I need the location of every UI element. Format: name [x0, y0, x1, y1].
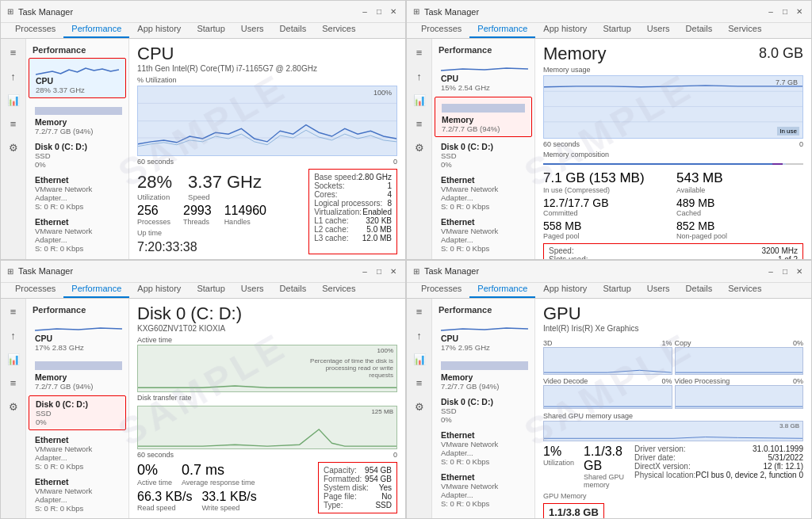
- sidebar-item-eth2[interactable]: Ethernet VMware Network Adapter... S: 0 …: [26, 214, 128, 256]
- tab-performance-mem[interactable]: Performance: [469, 21, 535, 38]
- nav-5g[interactable]: ⚙: [411, 399, 428, 416]
- minimize-button[interactable]: –: [359, 6, 370, 17]
- tab-processes-mem[interactable]: Processes: [413, 21, 469, 38]
- tab-start-disk[interactable]: Startup: [189, 280, 232, 298]
- sidebar-item-eth1-mem[interactable]: Ethernet VMware Network Adapter... S: 0 …: [432, 172, 534, 214]
- nav-icon-1m[interactable]: ≡: [411, 44, 428, 61]
- close-button-gpu[interactable]: ✕: [794, 265, 805, 277]
- sidebar-item-cpu[interactable]: CPU 28% 3.37 GHz: [29, 58, 126, 98]
- tab-svc-gpu[interactable]: Services: [720, 280, 769, 298]
- cached-val: 489 MB: [676, 197, 803, 209]
- nav-5d[interactable]: ⚙: [5, 399, 22, 416]
- tab-details[interactable]: Details: [272, 21, 315, 38]
- gpu-vd-pct: 0%: [661, 377, 672, 385]
- sidebar-item-mem-active[interactable]: Memory 7.2/7.7 GB (94%): [435, 97, 532, 137]
- sidebar-cpu-gpu[interactable]: CPU 17% 2.95 GHz: [432, 316, 534, 355]
- minimize-button-disk[interactable]: –: [359, 265, 370, 277]
- shared-gpu-mem-graph: 3.8 GB: [543, 421, 803, 442]
- threads-item: 2993 Threads: [183, 204, 212, 226]
- memory-sub: 7.2/7.7 GB (94%): [35, 127, 122, 135]
- nav-4g[interactable]: ≡: [411, 375, 428, 392]
- sidebar-cpu-disk[interactable]: CPU 17% 2.83 GHz: [26, 316, 128, 355]
- tab-users-gpu[interactable]: Users: [639, 280, 678, 298]
- maximize-button-mem[interactable]: □: [779, 6, 791, 17]
- tab-services[interactable]: Services: [314, 21, 363, 38]
- tab-det-gpu[interactable]: Details: [678, 280, 721, 298]
- tab-start-gpu[interactable]: Startup: [595, 280, 638, 298]
- sidebar-eth2-disk[interactable]: Ethernet VMware Network Adapter... S: 0 …: [26, 474, 128, 516]
- nav-icon-4[interactable]: ≡: [5, 115, 22, 132]
- sidebar-item-eth2-mem[interactable]: Ethernet VMware Network Adapter... S: 0 …: [432, 214, 534, 256]
- window-controls-gpu: – □ ✕: [765, 265, 805, 277]
- nav-icon-5m[interactable]: ⚙: [411, 139, 428, 156]
- minimize-button-gpu[interactable]: –: [765, 265, 776, 277]
- tab-startup[interactable]: Startup: [189, 21, 232, 38]
- sidebar-eth1-gpu[interactable]: Ethernet VMware Network Adapter... S: 0 …: [432, 427, 534, 469]
- nav-1g[interactable]: ≡: [411, 303, 428, 321]
- sidebar-item-disk[interactable]: Disk 0 (C: D:) SSD 0%: [26, 139, 128, 172]
- nav-icon-2m[interactable]: ↑: [411, 67, 428, 85]
- tab-startup-mem[interactable]: Startup: [595, 21, 638, 38]
- nav-icon-4m[interactable]: ≡: [411, 115, 428, 132]
- minimize-button-mem[interactable]: –: [765, 6, 776, 17]
- close-button-disk[interactable]: ✕: [388, 265, 399, 277]
- tab-details-mem[interactable]: Details: [678, 21, 721, 38]
- nav-icon-1[interactable]: ≡: [5, 44, 22, 61]
- nav-icon-3m[interactable]: 📊: [411, 91, 428, 109]
- cpu-util-label: Utilization: [137, 193, 172, 201]
- sidebar-item-cpu-mem[interactable]: CPU 15% 2.54 GHz: [432, 56, 534, 95]
- sidebar-item-disk-mem[interactable]: Disk 0 (C: D:) SSD 0%: [432, 139, 534, 172]
- sidebar-eth3-gpu[interactable]: Ethernet Ethernet S: 0 R: 0 Kbps: [432, 511, 534, 519]
- maximize-button[interactable]: □: [373, 6, 385, 17]
- tab-det-disk[interactable]: Details: [272, 280, 315, 298]
- avg-response-stat: 0.7 ms Average response time: [182, 462, 255, 487]
- nav-1d[interactable]: ≡: [5, 303, 22, 321]
- tab-proc-gpu[interactable]: Processes: [413, 280, 469, 298]
- nav-3d[interactable]: 📊: [5, 351, 22, 368]
- sidebar-disk-active[interactable]: Disk 0 (C: D:) SSD 0%: [29, 395, 126, 430]
- tab-svc-disk[interactable]: Services: [314, 280, 363, 298]
- committed-stat: 12.7/17.7 GB Committed: [543, 197, 670, 217]
- tab-users-mem[interactable]: Users: [639, 21, 678, 38]
- maximize-button-disk[interactable]: □: [373, 265, 385, 277]
- eth2-sub1: VMware Network Adapter...: [35, 227, 122, 244]
- close-button-mem[interactable]: ✕: [794, 6, 805, 17]
- sidebar-item-eth3-mem[interactable]: Ethernet Ethernet S: 0 R: 0 Kbps: [432, 256, 534, 259]
- close-button[interactable]: ✕: [388, 6, 399, 17]
- tab-perf-gpu[interactable]: Performance: [469, 280, 535, 298]
- tab-app-history[interactable]: App history: [129, 21, 189, 38]
- tab-services-mem[interactable]: Services: [720, 21, 769, 38]
- tab-users[interactable]: Users: [233, 21, 272, 38]
- tab-perf-disk[interactable]: Performance: [63, 280, 129, 298]
- mem-graph-bottom: 60 seconds 0: [543, 140, 803, 148]
- sidebar-mem-disk[interactable]: Memory 7.2/7.7 GB (94%): [26, 355, 128, 394]
- nav-4d[interactable]: ≡: [5, 375, 22, 392]
- tab-apph-gpu[interactable]: App history: [535, 280, 595, 298]
- sidebar-eth3-disk[interactable]: Ethernet Ethernet S: 0 R: 0 Kbps: [26, 516, 128, 519]
- mem-graph-top: 7.7 GB: [776, 78, 798, 86]
- sidebar-mem-gpu[interactable]: Memory 7.2/7.7 GB (94%): [432, 355, 534, 394]
- sidebar-eth2-gpu[interactable]: Ethernet VMware Network Adapter... S: 0 …: [432, 469, 534, 511]
- tab-users-disk[interactable]: Users: [233, 280, 272, 298]
- sidebar-eth1-disk[interactable]: Ethernet VMware Network Adapter... S: 0 …: [26, 432, 128, 474]
- nav-icon-2[interactable]: ↑: [5, 67, 22, 85]
- nav-3g[interactable]: 📊: [411, 351, 428, 368]
- tab-processes[interactable]: Processes: [7, 21, 63, 38]
- sidebar-header-gpu: Performance: [432, 302, 534, 316]
- nav-icon-5[interactable]: ⚙: [5, 139, 22, 156]
- gpu-bottom-stats: 1% Utilization 1.1/3.8 GB Shared GPU mem…: [543, 445, 803, 518]
- sidebar-item-memory[interactable]: Memory 7.2/7.7 GB (94%): [26, 100, 128, 139]
- tab-apph-disk[interactable]: App history: [129, 280, 189, 298]
- tab-proc-disk[interactable]: Processes: [7, 280, 63, 298]
- tab-app-history-mem[interactable]: App history: [535, 21, 595, 38]
- nav-icon-3[interactable]: 📊: [5, 91, 22, 109]
- nav-2g[interactable]: ↑: [411, 327, 428, 345]
- tab-performance[interactable]: Performance: [63, 21, 129, 38]
- sidebar-item-eth1[interactable]: Ethernet VMware Network Adapter... S: 0 …: [26, 172, 128, 214]
- nav-2d[interactable]: ↑: [5, 327, 22, 345]
- paged-pool-label: Paged pool: [543, 232, 670, 240]
- sidebar-disk-gpu[interactable]: Disk 0 (C: D:) SSD 0%: [432, 394, 534, 427]
- sidebar-item-eth3[interactable]: Ethernet Ethernet S: 0 R: 0 Kbps: [26, 256, 128, 259]
- maximize-button-gpu[interactable]: □: [779, 265, 791, 277]
- panel-cpu: ⊞ Task Manager – □ ✕ File Options View R…: [0, 0, 406, 260]
